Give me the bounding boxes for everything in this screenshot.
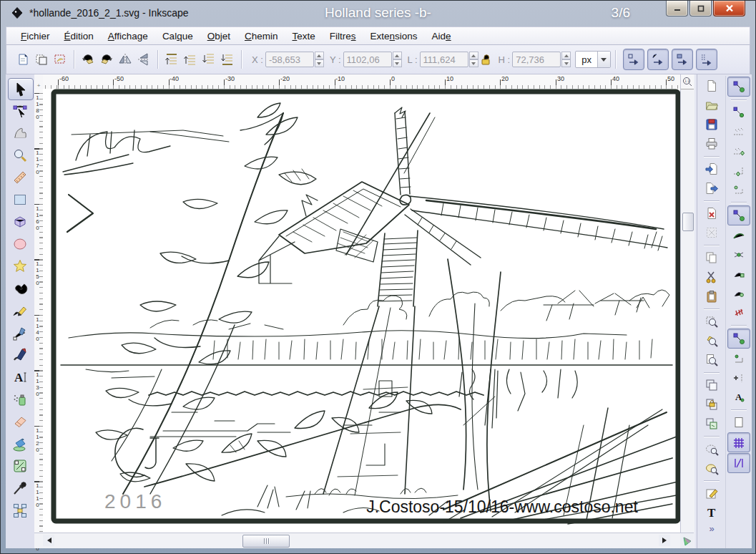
width-spinner[interactable] bbox=[469, 52, 478, 67]
selector-tool[interactable] bbox=[8, 78, 34, 100]
height-input[interactable] bbox=[512, 52, 561, 67]
raise-top-button[interactable] bbox=[162, 49, 181, 69]
move-stroke-toggle[interactable] bbox=[623, 49, 644, 70]
delete-document-button[interactable] bbox=[701, 204, 722, 223]
edit-clip-button[interactable] bbox=[701, 459, 722, 477]
zoom-tool[interactable] bbox=[8, 145, 32, 165]
scroll-right-button[interactable] bbox=[659, 535, 670, 546]
snap-midpoints-button[interactable] bbox=[728, 303, 750, 322]
export-button[interactable] bbox=[701, 179, 722, 198]
x-spinner[interactable] bbox=[315, 52, 324, 67]
select-all-layers-button[interactable] bbox=[32, 49, 51, 69]
y-input[interactable] bbox=[343, 52, 392, 67]
snap-others-toggle[interactable] bbox=[727, 329, 750, 349]
snap-cusp-nodes-button[interactable] bbox=[728, 265, 750, 283]
minimize-button[interactable] bbox=[666, 1, 688, 16]
menu-aide[interactable]: Aide bbox=[425, 29, 458, 44]
gradient-tool[interactable] bbox=[8, 455, 32, 476]
connector-tool[interactable] bbox=[8, 500, 32, 520]
snap-object-centers-button[interactable] bbox=[728, 349, 750, 368]
height-spinner[interactable] bbox=[561, 52, 571, 67]
horizontal-scroll-thumb[interactable] bbox=[242, 535, 290, 548]
spiral-tool[interactable] bbox=[8, 278, 32, 298]
zoom-selection-button[interactable] bbox=[701, 312, 722, 331]
menu-calque[interactable]: Calque bbox=[155, 29, 200, 44]
raise-button[interactable] bbox=[181, 49, 200, 69]
color-managed-display-icon[interactable] bbox=[680, 533, 694, 548]
print-button[interactable] bbox=[701, 135, 722, 153]
3d-box-tool[interactable] bbox=[8, 211, 32, 232]
snap-bbox-edges-button[interactable] bbox=[728, 122, 750, 141]
lock-ratio-icon[interactable] bbox=[478, 49, 493, 69]
lower-button[interactable] bbox=[200, 49, 218, 69]
deselect-button[interactable] bbox=[51, 49, 69, 69]
dashed-selection-icon[interactable] bbox=[701, 223, 722, 242]
zoom-1to1-icon[interactable]: 1:1 bbox=[681, 74, 694, 89]
text-dialog-button[interactable]: T bbox=[701, 503, 722, 522]
zoom-page-button[interactable] bbox=[701, 351, 722, 369]
rectangle-tool[interactable] bbox=[8, 189, 32, 210]
snap-path-intersections-button[interactable] bbox=[728, 246, 750, 264]
paste-button[interactable] bbox=[701, 287, 722, 306]
vertical-scrollbar[interactable]: 1:1 bbox=[680, 74, 694, 548]
snap-nodes-toggle[interactable] bbox=[727, 205, 750, 225]
edit-mask-button[interactable] bbox=[701, 439, 722, 458]
menu-fichier[interactable]: Fichier bbox=[14, 29, 57, 44]
menu-edition[interactable]: Édition bbox=[57, 29, 101, 44]
move-patterns-toggle[interactable] bbox=[696, 49, 717, 70]
snap-bbox-corners-button[interactable] bbox=[728, 142, 750, 160]
node-editor-tool[interactable] bbox=[8, 100, 32, 121]
x-input[interactable] bbox=[265, 52, 314, 67]
menu-filtres[interactable]: Filtres bbox=[323, 29, 363, 44]
snap-smooth-nodes-button[interactable] bbox=[728, 284, 750, 303]
snap-guides-toggle[interactable] bbox=[727, 453, 750, 473]
snap-bbox-centers-button[interactable] bbox=[728, 180, 750, 199]
eraser-tool[interactable] bbox=[8, 411, 32, 432]
canvas[interactable]: 2016 J.Costoso-15/10/16-www.costoso.net bbox=[43, 89, 680, 533]
menu-affichage[interactable]: Affichage bbox=[101, 29, 155, 44]
snap-edge-midpoints-button[interactable] bbox=[728, 161, 750, 180]
menu-texte[interactable]: Texte bbox=[285, 29, 323, 44]
bezier-pen-tool[interactable] bbox=[8, 322, 32, 343]
snap-master-toggle[interactable] bbox=[727, 77, 750, 97]
dropper-tool[interactable] bbox=[8, 477, 32, 498]
pencil-tool[interactable] bbox=[8, 300, 32, 321]
lower-bottom-button[interactable] bbox=[218, 49, 237, 69]
text-tool[interactable]: A bbox=[8, 366, 32, 387]
scroll-left-button[interactable] bbox=[43, 535, 54, 546]
ellipse-tool[interactable] bbox=[8, 233, 32, 254]
measure-tool[interactable] bbox=[8, 167, 32, 188]
star-tool[interactable] bbox=[8, 256, 32, 276]
select-all-button[interactable] bbox=[14, 49, 32, 69]
commands-overflow-chevron[interactable]: » bbox=[699, 523, 725, 534]
lock-clone-button[interactable] bbox=[701, 395, 722, 414]
flip-horizontal-button[interactable] bbox=[116, 49, 134, 69]
y-spinner[interactable] bbox=[393, 52, 402, 67]
horizontal-scrollbar[interactable] bbox=[34, 533, 680, 548]
unlink-clone-button[interactable] bbox=[701, 414, 722, 433]
snap-bbox-button[interactable] bbox=[728, 103, 750, 122]
flip-vertical-button[interactable] bbox=[134, 49, 153, 69]
fill-stroke-dialog-button[interactable] bbox=[701, 484, 722, 502]
duplicate-button[interactable] bbox=[701, 376, 722, 394]
move-corners-toggle[interactable] bbox=[647, 49, 669, 70]
paint-bucket-tool[interactable] bbox=[8, 433, 32, 454]
unit-dropdown[interactable]: px bbox=[575, 51, 611, 68]
maximize-button[interactable] bbox=[689, 1, 712, 16]
new-document-button[interactable] bbox=[701, 77, 722, 95]
snap-text-baseline-button[interactable]: A bbox=[728, 388, 750, 407]
close-button[interactable] bbox=[713, 1, 745, 16]
snap-grid-toggle[interactable] bbox=[727, 432, 750, 452]
calligraphy-tool[interactable] bbox=[8, 344, 32, 365]
rotate-cw-button[interactable] bbox=[97, 49, 116, 69]
vertical-scroll-thumb[interactable] bbox=[682, 213, 694, 231]
width-input[interactable] bbox=[420, 52, 468, 67]
menu-chemin[interactable]: Chemin bbox=[237, 29, 285, 44]
tweak-tool[interactable] bbox=[8, 122, 32, 143]
menu-objet[interactable]: Objet bbox=[200, 29, 237, 44]
import-button[interactable] bbox=[701, 160, 722, 178]
snap-paths-button[interactable] bbox=[728, 226, 750, 245]
rotate-ccw-button[interactable] bbox=[79, 49, 97, 69]
snap-rotation-centers-button[interactable] bbox=[728, 369, 750, 387]
snap-page-border-button[interactable] bbox=[728, 413, 750, 432]
